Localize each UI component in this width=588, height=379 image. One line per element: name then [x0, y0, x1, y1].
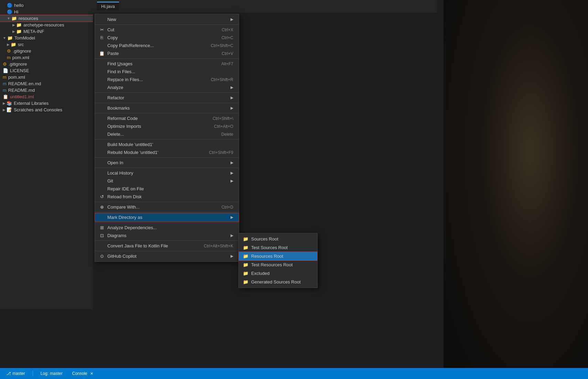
tree-item-gitignore3[interactable]: ⚙ .gitignore — [0, 61, 93, 67]
menu-item-convert-java[interactable]: Convert Java File to Kotlin File Ctrl+Al… — [95, 242, 239, 250]
file-icon-gitignore3: ⚙ — [3, 62, 7, 67]
menu-label-replace-files: Replace in Files... — [107, 77, 143, 82]
tree-label-meta: META-INF — [23, 29, 44, 34]
sep-2 — [95, 58, 239, 59]
tree-item-resources[interactable]: ▼ 📁 resources — [0, 15, 93, 22]
tree-item-meta-inf[interactable]: ▶ 📁 META-INF — [0, 28, 93, 35]
tree-item-hello[interactable]: 🔵 hello — [0, 2, 93, 9]
compare-icon: ⊕ — [99, 204, 105, 210]
arrow-tommodel: ▼ — [3, 36, 6, 40]
menu-label-paste: Paste — [107, 51, 119, 56]
tree-label-license: LICENSE — [10, 68, 29, 73]
menu-label-analyze-deps: Analyze Dependencies... — [107, 225, 157, 230]
console-close-icon[interactable]: ✕ — [90, 371, 93, 376]
shortcut-replace: Ctrl+Shift+R — [211, 77, 233, 82]
menu-item-local-history[interactable]: Local History ▶ — [95, 169, 239, 177]
tree-label-iml: untitled1.iml — [10, 94, 34, 99]
submenu-arrow-new: ▶ — [231, 17, 233, 22]
tree-item-gitignore2[interactable]: ⚙ .gitignore — [0, 48, 93, 54]
tree-item-hi[interactable]: 🔵 Hi — [0, 9, 93, 15]
editor-tab[interactable]: Hi.java — [97, 2, 119, 10]
menu-item-copilot[interactable]: ⊙ GitHub Copilot ▶ — [95, 252, 239, 260]
log-label: Log: — [41, 371, 49, 376]
menu-item-delete[interactable]: Delete... Delete — [95, 130, 239, 138]
shortcut-copy: Ctrl+C — [222, 35, 233, 40]
menu-item-cut[interactable]: ✂ Cut Ctrl+X — [95, 26, 239, 34]
sep-8 — [95, 168, 239, 168]
submenu-item-generated-sources-root[interactable]: 📁 Generated Sources Root — [239, 278, 317, 286]
tree-item-readme-en[interactable]: m README.en.md — [0, 80, 93, 87]
tree-item-src[interactable]: ▶ 📁 src — [0, 41, 93, 48]
tree-item-pomxml2[interactable]: m pom.xml — [0, 54, 93, 61]
file-tree: 🔵 hello 🔵 Hi ▼ 📁 resources ▶ 📁 archetype… — [0, 0, 93, 309]
tree-item-readme[interactable]: m README.md — [0, 87, 93, 93]
git-branch-indicator[interactable]: ⎇ master — [4, 368, 27, 379]
sep-1 — [95, 24, 239, 25]
submenu-arrow-git: ▶ — [231, 179, 233, 183]
tree-item-license[interactable]: 📄 LICENSE — [0, 67, 93, 74]
sources-root-icon: 📁 — [243, 236, 248, 242]
tree-item-ext-lib[interactable]: ▶ 📚 External Libraries — [0, 100, 93, 107]
menu-item-copy[interactable]: ⎘ Copy Ctrl+C — [95, 34, 239, 42]
menu-item-repair-ide[interactable]: Repair IDE on File — [95, 185, 239, 193]
submenu-arrow-copilot: ▶ — [231, 254, 233, 258]
menu-item-replace-files[interactable]: Replace in Files... Ctrl+Shift+R — [95, 76, 239, 83]
tree-item-iml[interactable]: 📋 untitled1.iml — [0, 93, 93, 100]
menu-item-reformat[interactable]: Reformat Code Ctrl+Shift+\ — [95, 114, 239, 122]
sep-7 — [95, 157, 239, 158]
menu-label-bookmarks: Bookmarks — [107, 105, 130, 111]
menu-item-copy-path[interactable]: Copy Path/Reference... Ctrl+Shift+C — [95, 42, 239, 49]
test-sources-root-icon: 📁 — [243, 245, 248, 250]
menu-item-git[interactable]: Git ▶ — [95, 177, 239, 185]
tree-item-scratches[interactable]: ▶ 📝 Scratches and Consoles — [0, 107, 93, 113]
tree-item-pomxml3[interactable]: m pom.xml — [0, 74, 93, 80]
arrow-arch: ▶ — [12, 23, 15, 27]
tree-label-pomxml3: pom.xml — [8, 75, 25, 80]
menu-item-new[interactable]: New ▶ — [95, 15, 239, 23]
folder-icon-scratches: 📝 — [7, 107, 12, 112]
menu-label-cut: Cut — [107, 27, 114, 32]
shortcut-optimize: Ctrl+Alt+O — [214, 124, 233, 129]
menu-item-compare-with[interactable]: ⊕ Compare With... Ctrl+D — [95, 203, 239, 211]
menu-item-refactor[interactable]: Refactor ▶ — [95, 94, 239, 102]
sep-11 — [95, 222, 239, 223]
folder-icon-ext-lib: 📚 — [7, 101, 12, 106]
file-icon-iml: 📋 — [3, 94, 8, 99]
menu-item-open-in[interactable]: Open In ▶ — [95, 159, 239, 167]
tree-item-archetype-resources[interactable]: ▶ 📁 archetype-resources — [0, 22, 93, 28]
menu-label-compare-with: Compare With... — [107, 204, 140, 210]
tree-label-readme: README.md — [8, 88, 35, 93]
submenu-item-excluded[interactable]: 📁 Excluded — [239, 269, 317, 278]
submenu-arrow-open-in: ▶ — [231, 160, 233, 165]
menu-item-mark-directory[interactable]: Mark Directory as ▶ — [95, 213, 239, 221]
submenu-arrow-diagrams: ▶ — [231, 233, 233, 238]
submenu-item-resources-root[interactable]: 📁 Resources Root — [239, 252, 317, 260]
menu-item-reload-disk[interactable]: ↺ Reload from Disk — [95, 193, 239, 201]
background-gradient — [443, 0, 588, 379]
submenu-item-sources-root[interactable]: 📁 Sources Root — [239, 235, 317, 243]
menu-item-optimize[interactable]: Optimize Imports Ctrl+Alt+O — [95, 122, 239, 130]
menu-label-git: Git — [107, 178, 113, 183]
menu-item-build-module[interactable]: Build Module 'untitled1' — [95, 141, 239, 148]
menu-item-bookmarks[interactable]: Bookmarks ▶ — [95, 104, 239, 112]
console-tab[interactable]: Console ✕ — [70, 368, 95, 379]
menu-item-paste[interactable]: 📋 Paste Ctrl+V — [95, 49, 239, 57]
tree-label-hi: Hi — [14, 9, 18, 14]
menu-item-find-files[interactable]: Find in Files... — [95, 68, 239, 76]
sep-5 — [95, 113, 239, 113]
menu-item-find-usages[interactable]: Find Usages Alt+F7 — [95, 60, 239, 68]
file-icon-pomxml2: m — [7, 55, 11, 60]
menu-item-diagrams[interactable]: ⊡ Diagrams ▶ — [95, 232, 239, 239]
arrow-src: ▶ — [7, 43, 10, 46]
log-indicator[interactable]: Log: master — [39, 368, 65, 379]
folder-icon-src: 📁 — [11, 42, 16, 47]
menu-item-analyze[interactable]: Analyze ▶ — [95, 83, 239, 91]
submenu-item-test-resources-root[interactable]: 📁 Test Resources Root — [239, 260, 317, 269]
tree-item-tommodel[interactable]: ▼ 📁 TomModel — [0, 35, 93, 41]
menu-item-analyze-deps[interactable]: ⊞ Analyze Dependencies... — [95, 224, 239, 232]
console-label: Console — [72, 371, 87, 376]
submenu-item-test-sources-root[interactable]: 📁 Test Sources Root — [239, 243, 317, 252]
sep-9 — [95, 202, 239, 202]
analyze-deps-icon: ⊞ — [99, 225, 105, 230]
menu-item-rebuild-module[interactable]: Rebuild Module 'untitled1' Ctrl+Shift+F9 — [95, 148, 239, 156]
